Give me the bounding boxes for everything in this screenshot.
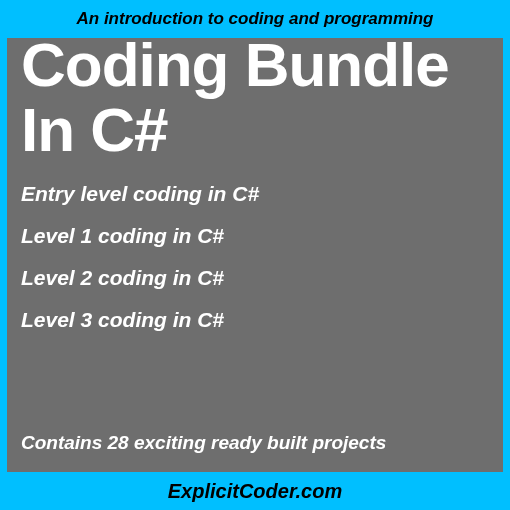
bottom-banner-text: ExplicitCoder.com xyxy=(168,480,343,503)
levels-list: Entry level coding in C# Level 1 coding … xyxy=(21,182,489,332)
level-item: Level 1 coding in C# xyxy=(21,224,489,248)
level-item: Level 3 coding in C# xyxy=(21,308,489,332)
level-item: Entry level coding in C# xyxy=(21,182,489,206)
projects-line: Contains 28 exciting ready built project… xyxy=(21,432,386,454)
top-banner-text: An introduction to coding and programmin… xyxy=(77,9,434,29)
level-item: Level 2 coding in C# xyxy=(21,266,489,290)
bottom-banner: ExplicitCoder.com xyxy=(0,472,510,510)
main-panel: Coding Bundle In C# Entry level coding i… xyxy=(7,38,503,472)
main-title: Coding Bundle In C# xyxy=(21,32,489,162)
